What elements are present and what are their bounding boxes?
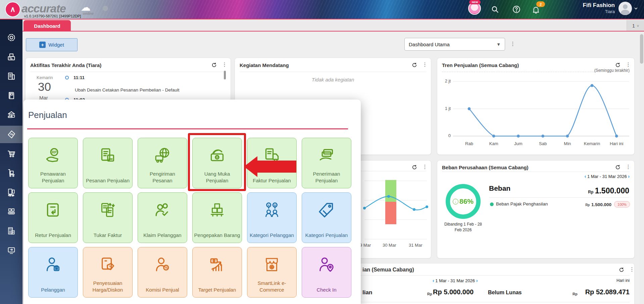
mini-line-chart [361, 193, 428, 217]
kebab-icon[interactable]: ⋮ [222, 62, 227, 68]
next-chevron-icon[interactable]: › [628, 174, 630, 179]
ringkasan-period: Hari ini [616, 278, 630, 283]
tile-pengiriman-pesanan[interactable]: Pengiriman Pesanan [138, 138, 187, 188]
tax-document-icon: TAX [6, 226, 16, 236]
sidebar-item-bank[interactable] [0, 106, 22, 124]
cash-register-icon [6, 52, 16, 62]
refresh-icon[interactable] [411, 164, 417, 170]
select-chevron-icon: ▼ [496, 42, 501, 47]
tile-check-in[interactable]: Check In [302, 247, 351, 298]
tile-label: Penerimaan Penjualan [303, 171, 350, 184]
globe-truck-icon [153, 146, 172, 165]
page-scrollbar[interactable] [639, 32, 644, 304]
sidebar-item-building-car[interactable] [0, 184, 22, 201]
sidebar-nav: RpTAX [0, 19, 22, 304]
widget-kegiatan-title: Kegiatan Mendatang [240, 62, 289, 68]
tile-pesanan-penjualan[interactable]: Pesanan Penjualan [83, 138, 133, 188]
dashboard-select[interactable]: Dashboard Utama ▼ [404, 38, 505, 51]
kebab-icon[interactable]: ⋮ [629, 266, 635, 272]
mini-x-label: 31 Mar [409, 243, 422, 248]
ringkasan-amount1: Rp 5.000.000 [433, 288, 474, 296]
divider [30, 72, 226, 72]
svg-text:A: A [268, 204, 270, 207]
search-icon[interactable] [491, 5, 499, 14]
tag-icon [317, 201, 336, 220]
highlight-red-arrow-icon [244, 156, 296, 177]
refresh-icon[interactable] [615, 62, 621, 68]
sidebar-item-office-building[interactable] [0, 67, 22, 85]
sidebar-item-gear[interactable] [0, 29, 22, 46]
tren-y-tick: 0 [439, 133, 451, 138]
kebab-icon[interactable]: ⋮ [422, 62, 428, 68]
dashboard-options-kebab-icon[interactable]: ⋮ [510, 41, 515, 47]
tile-smartlink-e-commerce[interactable]: SmartLink e-Commerce [247, 247, 297, 298]
currency-label: Rp [427, 292, 432, 296]
next-chevron-icon[interactable]: › [476, 278, 478, 283]
tab-dashboard[interactable]: Dashboard [23, 20, 71, 32]
tren-x-tick: Jum [505, 141, 532, 146]
add-widget-button[interactable]: + Widget [26, 38, 78, 51]
modal-title-underline [27, 128, 348, 129]
tile-retur-penjualan[interactable]: Retur Penjualan [28, 192, 78, 243]
tile-kategori-penjualan[interactable]: Kategori Penjualan [302, 192, 351, 243]
activity-date-day: 30 [38, 80, 51, 94]
kebab-icon[interactable]: ⋮ [626, 62, 631, 68]
beban-donut-pct: 86% [459, 197, 474, 205]
sidebar-item-monitor-sync[interactable] [0, 242, 22, 259]
refresh-icon[interactable] [615, 164, 621, 170]
window-counter[interactable]: 1 ˅ [627, 20, 644, 32]
sidebar-item-book[interactable] [0, 87, 22, 104]
docs-swap-icon [98, 201, 117, 220]
sidebar-item-hand-truck[interactable] [0, 164, 22, 182]
kebab-icon[interactable]: ⋮ [422, 164, 428, 170]
building-car-icon [6, 187, 16, 197]
user-avatar[interactable] [618, 2, 632, 15]
widget-scrollbar-thumb[interactable] [224, 71, 226, 79]
tile-penawaran-penjualan[interactable]: RP Penawaran Penjualan [28, 138, 78, 188]
refresh-icon[interactable] [411, 62, 417, 68]
kebab-icon[interactable]: ⋮ [626, 164, 631, 170]
tile-label: Target Penjualan [194, 287, 240, 293]
user-menu-chevron-icon[interactable] [634, 6, 638, 11]
help-icon[interactable] [512, 5, 521, 14]
refresh-icon[interactable] [618, 267, 625, 273]
tile-label: Tukar Faktur [85, 232, 131, 239]
rp-hand-icon: RP [44, 146, 62, 165]
tren-x-tick: Sab [530, 141, 556, 146]
legend-value: Rp 1.500.000 [550, 201, 611, 207]
timeline-dot-icon [65, 76, 69, 79]
tile-klaim-pelanggan[interactable]: Klaim Pelanggan [138, 192, 187, 243]
sidebar-item-conveyor[interactable] [0, 203, 22, 220]
prev-chevron-icon[interactable]: ‹ [585, 174, 586, 179]
boxes-pallet-icon [208, 201, 227, 220]
sidebar-item-cash-register[interactable] [0, 48, 22, 66]
tile-kategori-pelanggan[interactable]: AB Kategori Pelanggan [247, 192, 297, 243]
tile-pelanggan[interactable]: Pelanggan [28, 247, 78, 298]
gear-icon [6, 33, 16, 43]
accurate-logo-icon[interactable]: ∧ [5, 2, 20, 17]
box-return-icon [44, 201, 62, 220]
tile-label: Pelanggan [30, 287, 76, 293]
tile-penyesuaian-harga-diskon[interactable]: % Penyesuaian Harga/Diskon [83, 247, 133, 298]
refresh-icon[interactable] [211, 62, 217, 68]
person-percent-icon: % [153, 255, 172, 274]
tile-label: Komisi Penjual [139, 287, 186, 293]
tren-x-tick: Rab [456, 141, 483, 146]
activity-text[interactable]: Ubah Desain Cetakan Pesanan Pembelian - … [75, 87, 179, 93]
tile-penerimaan-penjualan[interactable]: Penerimaan Penjualan [302, 138, 351, 188]
page-scrollbar-thumb[interactable] [640, 34, 643, 64]
money-hand-icon [317, 146, 336, 165]
bank-icon [6, 110, 16, 120]
svg-text:Rp: Rp [10, 133, 13, 135]
tile-target-penjualan[interactable]: Target Penjualan [192, 247, 242, 298]
sidebar-item-price-tag-rp[interactable]: Rp [0, 126, 22, 143]
money-growth-icon [208, 255, 227, 274]
ringkasan-date-range-value: 1 Mar - 31 Mar 2026 [435, 278, 475, 283]
tile-tukar-faktur[interactable]: Tukar Faktur [83, 192, 133, 243]
tren-x-tick: Min [554, 141, 581, 146]
sidebar-item-shopping-cart[interactable] [0, 145, 22, 162]
prev-chevron-icon[interactable]: ‹ [433, 278, 434, 283]
sidebar-item-tax-document[interactable]: TAX [0, 222, 22, 240]
tile-pengepakan-barang[interactable]: Pengepakan Barang [192, 192, 242, 243]
tile-komisi-penjual[interactable]: % Komisi Penjual [138, 247, 187, 298]
